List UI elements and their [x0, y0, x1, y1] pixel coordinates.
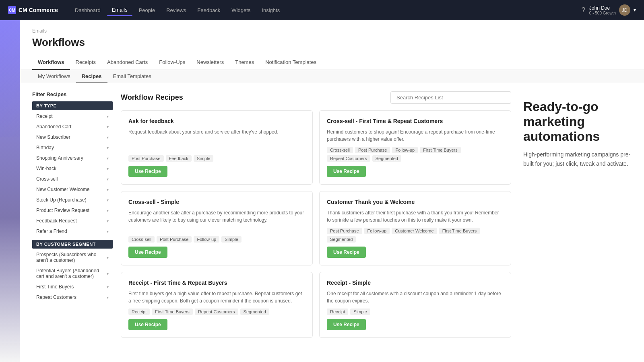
tag: Simple [194, 155, 214, 162]
recipes-header: Workflow Recipes [121, 91, 511, 104]
use-recipe-button[interactable]: Use Recipe [327, 247, 366, 258]
arrow-icon: ▾ [107, 272, 109, 276]
use-recipe-button[interactable]: Use Recipe [327, 319, 366, 330]
tag: Segmented [372, 155, 401, 162]
right-panel: Ready-to-go marketing automations High-p… [519, 91, 632, 338]
nav-item-dashboard[interactable]: Dashboard [70, 5, 105, 16]
tag: Follow-up [364, 228, 390, 234]
nav-user-name: John Doe [589, 5, 616, 11]
nav-user[interactable]: John Doe 0 - 500 Growth JD ▾ [589, 4, 636, 16]
tab-recipes[interactable]: Recipes [76, 70, 107, 83]
recipe-tags: Cross-sell Post Purchase Follow-up First… [327, 147, 504, 162]
filter-item-first-time-buyers[interactable]: First Time Buyers▾ [32, 282, 113, 292]
recipes-title: Workflow Recipes [121, 93, 183, 102]
content-wrapper: Emails Workflows Workflows Receipts Aban… [20, 20, 644, 362]
right-panel-title: Ready-to-go marketing automations [523, 99, 632, 144]
tab-themes[interactable]: Themes [229, 55, 260, 70]
nav-right: ? John Doe 0 - 500 Growth JD ▾ [582, 4, 636, 16]
nav-item-emails[interactable]: Emails [107, 4, 132, 16]
arrow-icon: ▾ [107, 167, 109, 171]
filter-item-new-subscriber[interactable]: New Subscriber▾ [32, 132, 113, 142]
tag: First Time Buyers [152, 309, 193, 315]
tag: Cross-sell [327, 147, 353, 153]
tag: Feedback [166, 155, 192, 162]
arrow-icon: ▾ [107, 285, 109, 289]
tag: First Time Buyers [439, 228, 480, 234]
tag: Simple [221, 236, 242, 243]
nav-item-widgets[interactable]: Widgets [227, 5, 255, 16]
nav-item-feedback[interactable]: Feedback [192, 5, 225, 16]
filter-item-refer-a-friend[interactable]: Refer a Friend▾ [32, 226, 113, 237]
nav-logo[interactable]: CM CM Commerce [8, 6, 58, 14]
tag: Follow-up [392, 147, 418, 153]
recipe-tags: Receipt Simple [327, 309, 504, 315]
search-input[interactable] [390, 91, 511, 104]
filter-item-receipt[interactable]: Receipt▾ [32, 111, 113, 121]
arrow-icon: ▾ [107, 125, 109, 129]
filter-item-birthday[interactable]: Birthday▾ [32, 142, 113, 153]
arrow-icon: ▾ [107, 219, 109, 223]
filter-item-potential-buyers[interactable]: Potential Buyers (Abandoned cart and are… [32, 265, 113, 282]
tab-newsletters[interactable]: Newsletters [191, 55, 229, 70]
nav-item-reviews[interactable]: Reviews [161, 5, 191, 16]
tag: Post Purchase [157, 236, 192, 243]
filter-item-stock-up[interactable]: Stock Up (Repurchase)▾ [32, 195, 113, 205]
filter-item-abandoned-cart[interactable]: Abandoned Cart▾ [32, 121, 113, 132]
tag: Post Purchase [355, 147, 390, 153]
use-recipe-button[interactable]: Use Recipe [128, 166, 167, 177]
recipe-name: Customer Thank you & Welcome [327, 199, 504, 205]
recipe-tags: Cross-sell Post Purchase Follow-up Simpl… [128, 236, 305, 243]
by-type-label: BY TYPE [32, 101, 113, 110]
filter-item-feedback-request[interactable]: Feedback Request▾ [32, 216, 113, 226]
recipe-tags: Post Purchase Follow-up Customer Welcome… [327, 228, 504, 243]
arrow-icon: ▾ [107, 114, 109, 119]
tag: Receipt [128, 309, 150, 315]
filter-item-prospects[interactable]: Prospects (Subscribers who aren't a cust… [32, 249, 113, 265]
tag: Repeat Customers [327, 155, 370, 162]
nav-item-people[interactable]: People [134, 5, 160, 16]
tag: Customer Welcome [392, 228, 437, 234]
recipes-grid: Ask for feedback Request feedback about … [121, 110, 511, 338]
tag: Segmented [240, 309, 269, 315]
use-recipe-button[interactable]: Use Recipe [128, 319, 167, 330]
nav-items: Dashboard Emails People Reviews Feedback… [70, 4, 582, 16]
tab-receipts[interactable]: Receipts [70, 55, 102, 70]
filter-item-shopping-anniversary[interactable]: Shopping Anniversary▾ [32, 153, 113, 163]
filter-sidebar: Filter Recipes BY TYPE Receipt▾ Abandone… [32, 91, 113, 338]
recipes-area: Workflow Recipes Ask for feedback Reques… [121, 91, 511, 338]
nav-item-insights[interactable]: Insights [257, 5, 285, 16]
arrow-icon: ▾ [107, 135, 109, 140]
tab-workflows[interactable]: Workflows [32, 55, 70, 70]
recipe-name: Ask for feedback [128, 118, 305, 124]
filter-item-win-back[interactable]: Win-back▾ [32, 163, 113, 174]
tag: Segmented [327, 236, 356, 243]
use-recipe-button[interactable]: Use Recipe [128, 247, 167, 258]
recipe-name: Cross-sell - Simple [128, 199, 305, 205]
recipe-card-receipt-repeat: Receipt - First Time & Repeat Buyers Fir… [121, 272, 313, 338]
arrow-icon: ▾ [107, 229, 109, 234]
tab-notification-templates[interactable]: Notification Templates [260, 55, 322, 70]
tab-abandoned-carts[interactable]: Abandoned Carts [101, 55, 153, 70]
use-recipe-button[interactable]: Use Recipe [327, 166, 366, 177]
tag: First Time Buyers [420, 147, 461, 153]
filter-item-product-review[interactable]: Product Review Request▾ [32, 205, 113, 216]
tag: Simple [350, 309, 370, 315]
arrow-icon: ▾ [107, 156, 109, 160]
filter-title: Filter Recipes [32, 91, 113, 97]
recipe-desc: Request feedback about your store and se… [128, 128, 305, 151]
avatar: JD [619, 4, 630, 16]
nav-user-plan: 0 - 500 Growth [589, 11, 616, 15]
filter-item-cross-sell[interactable]: Cross-sell▾ [32, 174, 113, 184]
tab-follow-ups[interactable]: Follow-Ups [153, 55, 191, 70]
right-panel-desc: High-performing marketing campaigns pre-… [523, 150, 632, 168]
breadcrumb: Emails [32, 28, 632, 34]
tab-email-templates[interactable]: Email Templates [107, 70, 157, 83]
help-icon[interactable]: ? [582, 6, 585, 14]
tab-my-workflows[interactable]: My Workflows [32, 70, 76, 83]
logo-icon: CM [8, 6, 16, 14]
filter-item-new-customer-welcome[interactable]: New Customer Welcome▾ [32, 184, 113, 195]
filter-item-repeat-customers[interactable]: Repeat Customers▾ [32, 292, 113, 302]
navbar: CM CM Commerce Dashboard Emails People R… [0, 0, 644, 20]
recipe-tags: Post Purchase Feedback Simple [128, 155, 305, 162]
tabs-secondary: My Workflows Recipes Email Templates [20, 70, 644, 83]
